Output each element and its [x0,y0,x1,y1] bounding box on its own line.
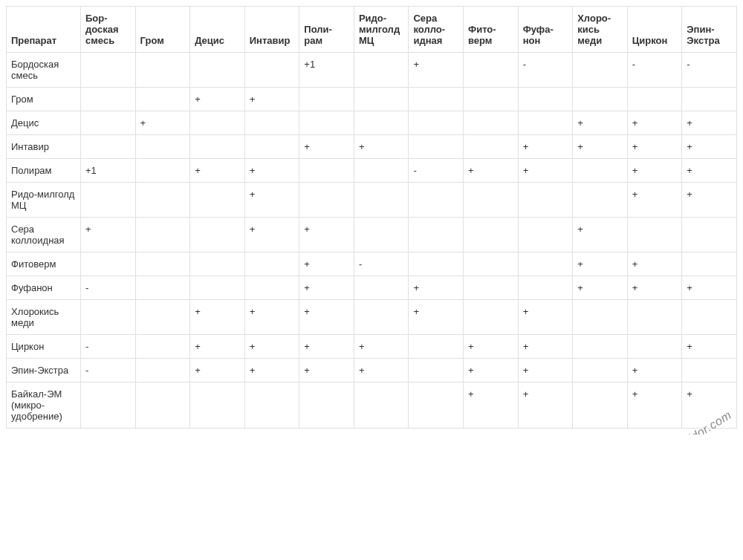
row-label: Ридо-милголд МЦ [7,183,81,218]
cell: + [518,382,573,429]
cell: + [627,382,682,429]
cell: + [682,183,737,218]
cell: + [682,276,737,300]
cell [299,111,354,135]
cell: + [354,135,409,159]
compatibility-table: ПрепаратБор-доская смесьГромДецисИнтавир… [6,6,737,429]
cell: + [244,159,299,183]
column-header: Децис [190,7,245,53]
cell [627,300,682,335]
cell [409,335,464,359]
cell [573,300,628,335]
cell [354,159,409,183]
cell [518,111,573,135]
cell: + [244,88,299,111]
cell: - [409,159,464,183]
cell [464,218,519,253]
table-body: Бордоская смесь+1+---Гром++Децис++++Инта… [7,53,737,429]
cell [135,335,190,359]
cell [135,253,190,276]
cell: + [244,218,299,253]
table-row: Хлорокись меди+++++ [7,300,737,335]
cell [464,276,519,300]
cell [354,111,409,135]
table-row: Циркон-+++++++ [7,335,737,359]
table-row: Сера коллоидная++++ [7,218,737,253]
cell: + [190,300,245,335]
cell: + [354,359,409,382]
cell: + [244,300,299,335]
cell [518,183,573,218]
cell [244,253,299,276]
cell [81,183,136,218]
column-header: Сера колло-идная [409,7,464,53]
row-label: Хлорокись меди [7,300,81,335]
cell: + [244,335,299,359]
column-header: Фито-верм [464,7,519,53]
row-label: Сера коллоидная [7,218,81,253]
cell [135,382,190,429]
cell [409,218,464,253]
table-row: Децис++++ [7,111,737,135]
cell: + [299,335,354,359]
table-row: Фитоверм+-++ [7,253,737,276]
cell [81,111,136,135]
cell [299,382,354,429]
row-label: Бордоская смесь [7,53,81,88]
cell: + [682,159,737,183]
column-header: Ридо-милголд МЦ [354,7,409,53]
row-label: Эпин-Экстра [7,359,81,382]
cell: - [682,53,737,88]
cell [627,335,682,359]
cell [573,382,628,429]
column-header: Бор-доская смесь [81,7,136,53]
cell: + [573,111,628,135]
cell [682,300,737,335]
cell: + [81,218,136,253]
cell: + [682,335,737,359]
cell [244,111,299,135]
cell: + [299,359,354,382]
cell [409,382,464,429]
row-label: Циркон [7,335,81,359]
cell: +1 [299,53,354,88]
cell [409,88,464,111]
cell: + [573,218,628,253]
table-row: Фуфанон-+++++ [7,276,737,300]
cell [190,111,245,135]
cell: + [299,300,354,335]
cell [464,53,519,88]
row-label: Фитоверм [7,253,81,276]
cell [627,88,682,111]
cell [244,276,299,300]
cell [190,382,245,429]
cell [299,183,354,218]
cell [464,111,519,135]
cell [682,88,737,111]
cell: + [627,159,682,183]
cell: + [354,335,409,359]
cell [573,335,628,359]
cell [354,218,409,253]
cell [81,53,136,88]
cell [81,253,136,276]
column-header: Циркон [627,7,682,53]
cell [135,53,190,88]
cell: - [81,335,136,359]
cell: + [135,111,190,135]
cell [190,183,245,218]
cell [464,183,519,218]
cell [573,159,628,183]
row-label: Гром [7,88,81,111]
cell: + [190,88,245,111]
cell [573,183,628,218]
cell: + [573,135,628,159]
cell [573,53,628,88]
cell [190,135,245,159]
cell: + [573,253,628,276]
cell: - [354,253,409,276]
cell: + [464,159,519,183]
cell [81,135,136,159]
cell [190,218,245,253]
cell [190,276,245,300]
